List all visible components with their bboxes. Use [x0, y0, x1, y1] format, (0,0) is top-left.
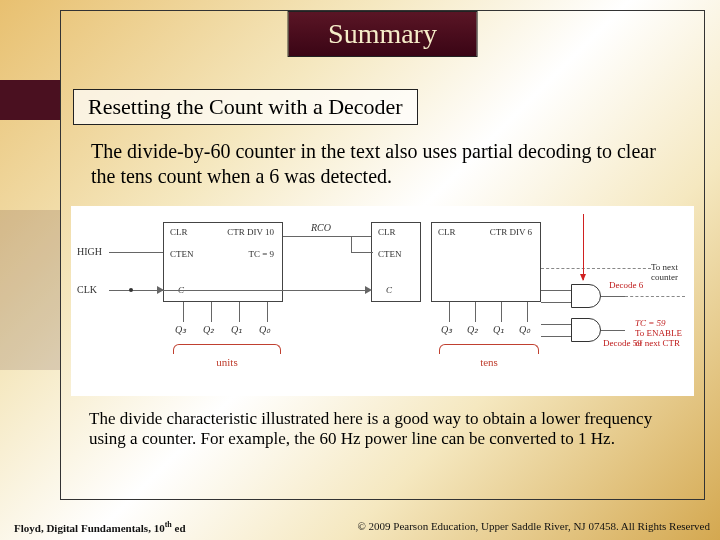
wire — [501, 302, 502, 322]
label-high: HIGH — [77, 246, 102, 257]
label-q3b: Q₃ — [441, 324, 452, 335]
label-cten2: CTEN — [378, 249, 402, 259]
label-clk: CLK — [77, 284, 97, 295]
label-nextctr: of next CTR — [635, 338, 680, 348]
wire — [267, 302, 268, 322]
footer-sup: th — [165, 520, 172, 529]
label-q2b: Q₂ — [467, 324, 478, 335]
label-clr2: CLR — [378, 227, 396, 237]
wire — [449, 302, 450, 322]
bg-accent-block — [0, 80, 60, 120]
label-q1b: Q₁ — [493, 324, 504, 335]
label-q0b: Q₀ — [519, 324, 530, 335]
label-clr: CLR — [170, 227, 188, 237]
slide-footer: Floyd, Digital Fundamentals, 10th ed © 2… — [0, 520, 720, 534]
footer-ed: ed — [172, 522, 186, 534]
wire — [109, 252, 163, 253]
counter-block-clr: CLR CTEN C — [371, 222, 421, 302]
label-clr3: CLR — [438, 227, 456, 237]
slide-subtitle: Resetting the Count with a Decoder — [73, 89, 418, 125]
wire — [109, 290, 369, 291]
body-text-1: The divide-by-60 counter in the text als… — [91, 139, 674, 189]
body-text-2: The divide characteristic illustrated he… — [89, 409, 679, 450]
bg-accent-block2 — [0, 210, 60, 370]
wire-dashed — [625, 296, 685, 297]
label-rco: RCO — [311, 222, 331, 233]
red-arrow-icon — [583, 214, 584, 280]
wire — [475, 302, 476, 322]
label-q3: Q₃ — [175, 324, 186, 335]
label-toenable: To ENABLE — [635, 328, 682, 338]
slide-frame: Summary Resetting the Count with a Decod… — [60, 10, 705, 500]
and-gate-icon — [571, 284, 601, 308]
label-tonext1: To next — [651, 262, 678, 272]
clock-edge-icon — [365, 286, 372, 294]
wire-dashed — [541, 268, 651, 269]
wire — [239, 302, 240, 322]
wire — [601, 296, 625, 297]
circuit-diagram: HIGH CLK CLR CTR DIV 10 CTEN TC = 9 C RC… — [71, 206, 694, 396]
and-gate-icon — [571, 318, 601, 342]
wire — [211, 302, 212, 322]
label-c2: C — [386, 285, 392, 295]
junction-dot — [129, 288, 133, 292]
wire — [541, 324, 571, 325]
slide-title: Summary — [287, 11, 478, 57]
label-tc9: TC = 9 — [248, 249, 274, 259]
counter-block-tens: CLR CTR DIV 6 — [431, 222, 541, 302]
label-tens: tens — [439, 356, 539, 368]
wire — [283, 236, 373, 237]
wire — [601, 330, 625, 331]
wire — [541, 336, 571, 337]
footer-right: © 2009 Pearson Education, Upper Saddle R… — [357, 520, 710, 534]
label-tonext2: counter — [651, 272, 678, 282]
label-units: units — [173, 356, 281, 368]
wire — [527, 302, 528, 322]
label-q0: Q₀ — [259, 324, 270, 335]
label-ctrdiv6: CTR DIV 6 — [490, 227, 532, 237]
label-tc59: TC = 59 — [635, 318, 666, 328]
footer-left: Floyd, Digital Fundamentals, 10th ed — [14, 520, 186, 534]
wire — [183, 302, 184, 322]
label-decode6: Decode 6 — [609, 280, 643, 290]
brace-tens — [439, 344, 539, 354]
label-q1: Q₁ — [231, 324, 242, 335]
wire — [351, 252, 373, 253]
label-q2: Q₂ — [203, 324, 214, 335]
wire — [541, 302, 571, 303]
brace-units — [173, 344, 281, 354]
wire — [351, 236, 352, 252]
wire — [541, 290, 571, 291]
label-ctrdiv10: CTR DIV 10 — [227, 227, 274, 237]
footer-author: Floyd, Digital Fundamentals, 10 — [14, 522, 165, 534]
label-cten: CTEN — [170, 249, 194, 259]
